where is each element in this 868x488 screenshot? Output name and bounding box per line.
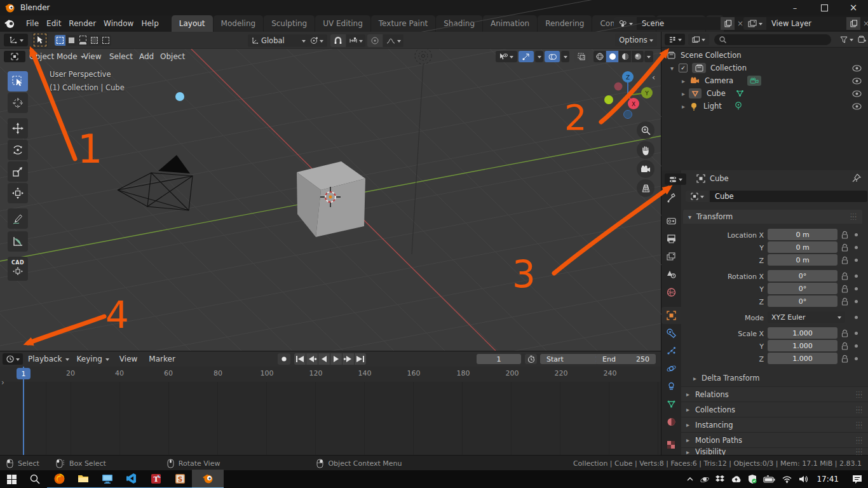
panel-drag-dots[interactable]: :::::: <box>856 449 863 455</box>
viewport-menu-view[interactable]: View <box>83 52 101 61</box>
location-z-field[interactable]: 0 m <box>768 254 837 266</box>
delta-transform-subpanel[interactable]: ▸ Delta Transform <box>693 372 760 384</box>
timeline-menu-view[interactable]: View <box>119 355 137 363</box>
tab-tool[interactable] <box>667 193 676 203</box>
zoom-view-button[interactable] <box>637 121 654 139</box>
tool-select-box[interactable] <box>8 71 28 92</box>
tab-output[interactable] <box>667 234 676 243</box>
taskbar-sublime-icon[interactable]: S <box>168 470 192 488</box>
tool-cad-transform[interactable]: CAD <box>8 257 28 281</box>
tab-object-data[interactable] <box>667 400 676 408</box>
tray-notifications-icon[interactable] <box>846 475 868 484</box>
taskbar-search-button[interactable] <box>23 470 47 488</box>
viewport-3d[interactable]: Global <box>0 32 661 351</box>
camera-data-badge[interactable] <box>747 76 761 86</box>
tab-view-layer[interactable] <box>667 252 676 261</box>
select-mode-invert[interactable] <box>89 35 100 46</box>
lock-icon[interactable] <box>841 243 848 252</box>
playhead-line[interactable] <box>23 367 24 456</box>
viewport-canvas[interactable] <box>0 48 661 351</box>
tab-modeling[interactable]: Modeling <box>214 15 264 32</box>
keyframe-dot[interactable] <box>855 246 858 249</box>
tab-physics[interactable] <box>667 364 676 373</box>
use-preview-range-toggle[interactable] <box>525 354 537 364</box>
menu-edit[interactable]: Edit <box>43 19 65 28</box>
jump-to-start-button[interactable] <box>294 353 306 365</box>
hide-eye-toggle[interactable] <box>852 103 862 110</box>
gizmos-dropdown[interactable] <box>535 51 543 62</box>
tool-move[interactable] <box>8 118 28 139</box>
pan-view-button[interactable] <box>637 141 654 159</box>
jump-to-end-button[interactable] <box>355 353 366 365</box>
select-mode-extend[interactable] <box>66 35 77 46</box>
timeline-ruler[interactable]: 20 40 60 80 100 120 140 160 180 200 220 … <box>0 367 661 383</box>
taskbar-texstudio-icon[interactable]: T <box>144 470 168 488</box>
keyframe-dot[interactable] <box>855 274 858 278</box>
tab-world[interactable] <box>667 288 676 297</box>
taskbar-firefox-icon[interactable] <box>47 470 71 488</box>
tab-material[interactable] <box>667 417 676 426</box>
panel-drag-dots[interactable]: :::::: <box>850 214 857 220</box>
tray-app-icon[interactable] <box>697 475 712 484</box>
outliner-row-camera[interactable]: ▸ Camera <box>661 74 868 87</box>
keying-menu[interactable]: Keying <box>77 355 109 363</box>
select-mode-subtract[interactable] <box>78 35 88 46</box>
next-keyframe-button[interactable] <box>342 353 354 365</box>
menu-render[interactable]: Render <box>65 19 100 28</box>
panel-drag-dots[interactable]: :::::: <box>856 407 863 413</box>
tab-object-properties[interactable] <box>667 311 676 320</box>
editor-type-button-3d-viewport[interactable] <box>4 34 28 46</box>
tool-transform[interactable] <box>8 183 28 203</box>
editor-type-button-outliner[interactable] <box>665 34 685 45</box>
keyframe-dot[interactable] <box>855 344 858 348</box>
scale-x-field[interactable]: 1.000 <box>768 327 837 339</box>
location-y-field[interactable]: 0 m <box>768 241 837 253</box>
tab-rendering[interactable]: Rendering <box>538 15 592 32</box>
tab-layout[interactable]: Layout <box>172 15 213 32</box>
menu-file[interactable]: File <box>22 19 43 28</box>
keyframe-dot[interactable] <box>855 357 858 360</box>
mode-icon-button[interactable] <box>4 51 25 62</box>
tray-battery-icon[interactable] <box>761 476 778 483</box>
lock-icon[interactable] <box>841 355 848 363</box>
taskbar-explorer-icon[interactable] <box>71 470 95 488</box>
active-tool-button[interactable] <box>32 32 48 48</box>
object-id-dropdown[interactable] <box>686 191 709 202</box>
pin-icon[interactable] <box>852 173 861 182</box>
viewport-menu-add[interactable]: Add <box>139 52 154 61</box>
proportional-falloff-dropdown[interactable] <box>383 34 403 47</box>
taskbar-vscode-icon[interactable] <box>119 470 144 488</box>
select-mode-new[interactable] <box>55 35 65 46</box>
start-button[interactable] <box>0 470 23 488</box>
hide-eye-toggle[interactable] <box>852 65 862 72</box>
keyframe-dot[interactable] <box>855 316 858 319</box>
motion-paths-panel[interactable]: ▸ Motion Paths :::::: <box>681 432 868 447</box>
current-frame-field[interactable]: 1 <box>477 354 521 364</box>
outliner-row-light[interactable]: ▸ Light <box>661 100 868 112</box>
new-collection-button[interactable] <box>856 34 868 45</box>
view-layer-remove-button[interactable]: × <box>860 17 868 30</box>
tool-scale[interactable] <box>8 161 28 182</box>
hide-eye-toggle[interactable] <box>852 90 862 97</box>
tab-shading[interactable]: Shading <box>436 15 482 32</box>
hide-eye-toggle[interactable] <box>852 78 862 85</box>
transform-panel-header[interactable]: ▾ Transform :::::: <box>683 210 862 224</box>
overlays-toggle[interactable] <box>545 51 560 62</box>
keyframe-dot[interactable] <box>855 259 858 262</box>
object-name-input[interactable]: Cube <box>710 191 867 202</box>
tray-dropbox-icon[interactable] <box>712 475 728 483</box>
tray-onedrive-icon[interactable] <box>728 475 744 483</box>
keyframe-dot[interactable] <box>855 233 858 236</box>
proportional-edit-toggle[interactable] <box>367 34 383 47</box>
panel-drag-dots[interactable]: :::::: <box>856 391 863 398</box>
tray-clock[interactable]: 17:41 <box>817 475 839 484</box>
outliner-row-collection[interactable]: ▾ ✓ Collection <box>661 62 868 74</box>
rotation-x-field[interactable]: 0° <box>768 270 837 281</box>
tab-animation[interactable]: Animation <box>483 15 537 32</box>
tool-measure[interactable] <box>8 231 28 252</box>
overlays-dropdown[interactable] <box>561 51 569 62</box>
expand-triangle-icon[interactable]: ▸ <box>682 90 685 97</box>
tool-rotate[interactable] <box>8 140 28 160</box>
snap-toggle-button[interactable] <box>330 34 346 47</box>
tool-cursor[interactable] <box>8 93 28 113</box>
